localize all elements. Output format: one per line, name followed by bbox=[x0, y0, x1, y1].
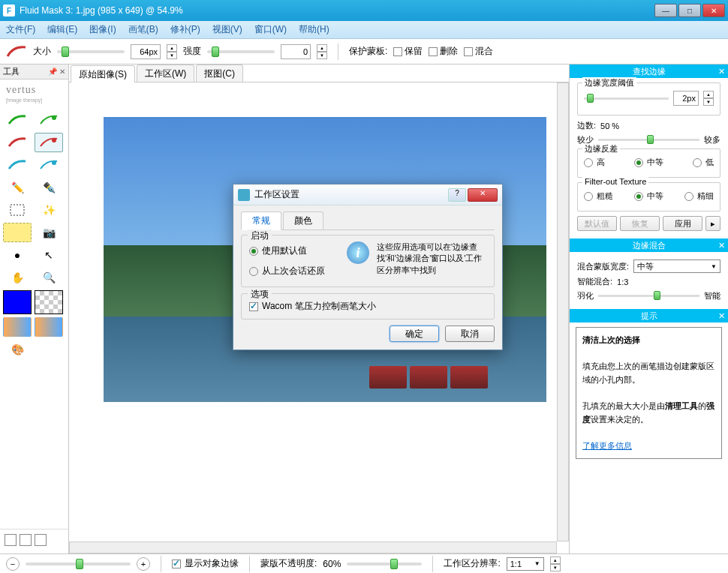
minimize-button[interactable]: — bbox=[654, 4, 677, 17]
apply-button[interactable]: 应用 bbox=[663, 216, 702, 231]
tool-eraser[interactable]: ✏️ bbox=[3, 178, 32, 197]
threshold-up[interactable]: ▲ bbox=[703, 91, 714, 98]
wacom-check[interactable]: Wacom 笔压力控制画笔大小 bbox=[249, 301, 376, 311]
contrast-low[interactable]: 低 bbox=[693, 157, 714, 168]
view-mode-2-icon[interactable] bbox=[20, 534, 32, 546]
resolution-select[interactable]: 1:1▼ bbox=[507, 557, 544, 571]
threshold-down[interactable]: ▼ bbox=[703, 98, 714, 106]
strength-down[interactable]: ▼ bbox=[317, 52, 327, 59]
tool-palette[interactable]: 🎨 bbox=[3, 340, 32, 359]
tool-sample[interactable] bbox=[3, 317, 32, 337]
tool-delete-brush[interactable] bbox=[3, 133, 32, 152]
zoom-slider[interactable] bbox=[26, 562, 131, 566]
tool-keep-exact[interactable] bbox=[35, 110, 63, 130]
tool-pen[interactable]: ✒️ bbox=[35, 178, 63, 197]
dialog-icon bbox=[238, 189, 250, 201]
threshold-slider[interactable] bbox=[584, 98, 669, 100]
panel-close-icon[interactable]: ✕ bbox=[59, 68, 65, 76]
tool-sample2[interactable] bbox=[35, 317, 63, 337]
tool-arrow[interactable]: ↖ bbox=[35, 245, 63, 265]
defaults-button[interactable]: 默认值 bbox=[577, 216, 617, 231]
contrast-high[interactable]: 高 bbox=[584, 157, 605, 168]
tool-delete-exact[interactable] bbox=[35, 133, 63, 152]
keep-check[interactable]: 保留 bbox=[393, 45, 423, 58]
tool-zoom[interactable]: 🔍 bbox=[35, 268, 63, 287]
zoom-in-button[interactable]: + bbox=[137, 557, 150, 571]
tool-blend-exact[interactable] bbox=[35, 155, 63, 175]
tool-blend-brush[interactable] bbox=[3, 155, 32, 175]
close-button[interactable]: ✕ bbox=[702, 4, 725, 17]
show-edges-check[interactable]: 显示对象边缘 bbox=[172, 557, 239, 570]
restore-button[interactable]: 恢复 bbox=[620, 216, 660, 231]
menu-window[interactable]: 窗口(W) bbox=[254, 23, 287, 36]
strength-slider[interactable] bbox=[207, 50, 275, 53]
resolution-label: 工作区分辨率: bbox=[444, 557, 500, 570]
edges-label: 边数: bbox=[577, 120, 596, 131]
menu-brush[interactable]: 画笔(B) bbox=[128, 23, 158, 36]
hint-close-icon[interactable]: ✕ bbox=[718, 311, 725, 321]
tool-hand[interactable]: ✋ bbox=[3, 268, 32, 287]
threshold-field[interactable]: 2px bbox=[673, 91, 699, 106]
menu-edit[interactable]: 编辑(E) bbox=[47, 23, 77, 36]
texture-coarse[interactable]: 粗糙 bbox=[584, 190, 613, 202]
tool-camera[interactable]: 📷 bbox=[35, 223, 63, 242]
smart-slider[interactable] bbox=[598, 295, 699, 297]
menu-patch[interactable]: 修补(P) bbox=[170, 23, 200, 36]
find-edges-close-icon[interactable]: ✕ bbox=[718, 67, 725, 76]
view-mode-1-icon[interactable] bbox=[5, 534, 17, 546]
tab-original[interactable]: 原始图像(S) bbox=[71, 65, 135, 82]
radio-defaults[interactable]: 使用默认值 bbox=[249, 245, 307, 256]
menu-file[interactable]: 文件(F) bbox=[6, 23, 35, 36]
horizontal-scrollbar[interactable] bbox=[69, 542, 557, 554]
menu-image[interactable]: 图像(I) bbox=[89, 23, 116, 36]
size-slider[interactable] bbox=[57, 50, 125, 53]
window-titlebar: F Fluid Mask 3: 1.jpg (985 x 649) @ 54.9… bbox=[0, 0, 728, 21]
hint-link[interactable]: 了解更多信息 bbox=[582, 441, 632, 450]
menu-help[interactable]: 帮助(H) bbox=[299, 23, 329, 36]
radio-restore[interactable]: 从上次会话还原 bbox=[249, 266, 325, 276]
tool-smudge[interactable]: ● bbox=[3, 245, 32, 265]
size-up[interactable]: ▲ bbox=[167, 44, 177, 52]
view-mode-3-icon[interactable] bbox=[35, 534, 47, 546]
res-up[interactable]: ▲ bbox=[550, 556, 561, 564]
tool-marquee[interactable] bbox=[3, 200, 32, 220]
cancel-button[interactable]: 取消 bbox=[445, 326, 495, 342]
opacity-slider[interactable] bbox=[347, 562, 422, 566]
texture-fine[interactable]: 精细 bbox=[684, 190, 714, 202]
strength-up[interactable]: ▲ bbox=[317, 44, 327, 52]
panel-pin-icon[interactable]: 📌 bbox=[48, 68, 57, 76]
res-down[interactable]: ▼ bbox=[550, 564, 561, 572]
tool-wand[interactable]: ✨ bbox=[35, 200, 63, 220]
apply-more-button[interactable]: ▸ bbox=[705, 216, 720, 231]
vertical-scrollbar[interactable] bbox=[557, 82, 569, 542]
size-down[interactable]: ▼ bbox=[167, 52, 177, 59]
delete-check[interactable]: 删除 bbox=[429, 45, 458, 58]
blend-width-select[interactable]: 中等▼ bbox=[633, 260, 720, 273]
feather-legend: 边缘反差 bbox=[582, 143, 620, 154]
maximize-button[interactable]: □ bbox=[678, 4, 701, 17]
zoom-out-button[interactable]: − bbox=[6, 557, 20, 571]
dialog-close-button[interactable]: ✕ bbox=[468, 188, 498, 202]
tool-keep-brush[interactable] bbox=[3, 110, 32, 130]
tab-cutout[interactable]: 抠图(C) bbox=[196, 64, 243, 82]
blend-check[interactable]: 混合 bbox=[464, 45, 493, 58]
dialog-tab-general[interactable]: 常规 bbox=[241, 212, 281, 230]
edges-slider[interactable] bbox=[598, 139, 699, 141]
background-color[interactable] bbox=[35, 290, 63, 314]
workspace-settings-dialog: 工作区设置 ? ✕ 常规 颜色 启动 使用默认值 从上次会话还原 i 这些应用选… bbox=[233, 184, 503, 350]
foreground-color[interactable] bbox=[3, 290, 32, 314]
blend-close-icon[interactable]: ✕ bbox=[718, 241, 725, 250]
contrast-mid[interactable]: 中等 bbox=[634, 157, 663, 168]
strength-field[interactable]: 0 bbox=[281, 44, 311, 59]
hint-p2: 孔填充的最大大小是由清理工具的强度设置来决定的。 bbox=[582, 401, 714, 424]
tool-patch[interactable] bbox=[3, 223, 32, 242]
dialog-tab-color[interactable]: 颜色 bbox=[283, 212, 323, 230]
smart-value: 1:3 bbox=[617, 278, 628, 286]
hint-title: 清洁上次的选择 bbox=[582, 335, 640, 344]
menu-view[interactable]: 视图(V) bbox=[212, 23, 242, 36]
texture-mid[interactable]: 中等 bbox=[634, 190, 663, 202]
size-field[interactable]: 64px bbox=[131, 44, 161, 59]
ok-button[interactable]: 确定 bbox=[390, 326, 439, 342]
dialog-help-button[interactable]: ? bbox=[448, 188, 466, 202]
tab-workspace[interactable]: 工作区(W) bbox=[137, 64, 194, 82]
